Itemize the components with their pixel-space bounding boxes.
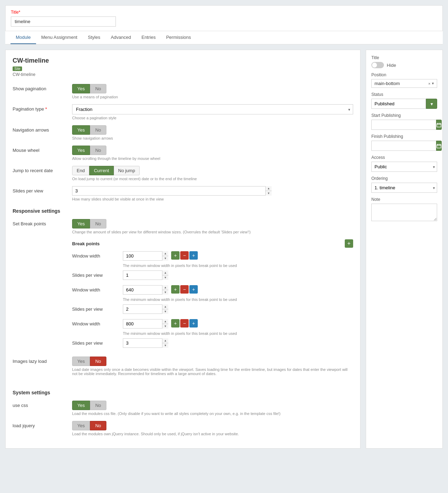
jump-current-btn[interactable]: Current — [89, 166, 113, 175]
bp1-move-btn[interactable]: + — [189, 251, 198, 260]
bp2-width-input[interactable] — [123, 285, 168, 295]
ordering-select[interactable]: 1. timeline — [371, 183, 437, 193]
bp2-slides-input[interactable] — [123, 304, 168, 314]
mouse-wheel-control: Yes No Allow scrolling through the timel… — [72, 146, 353, 161]
bp3-slides-up[interactable]: ▲ — [162, 338, 168, 343]
bp2-width-up[interactable]: ▲ — [162, 285, 168, 290]
system-settings-title: System settings — [13, 390, 353, 395]
slides-per-view-down[interactable]: ▼ — [266, 191, 272, 196]
status-dropdown-btn[interactable]: ▾ — [426, 99, 437, 109]
toggle-knob — [372, 63, 377, 68]
bp1-remove-btn[interactable]: − — [180, 251, 189, 260]
bp2-slides-label: Slides per view — [72, 304, 123, 312]
use-css-no[interactable]: No — [90, 401, 106, 410]
set-breakpoints-yes[interactable]: Yes — [72, 219, 90, 228]
finish-publishing-input[interactable] — [371, 141, 436, 151]
bp1-width-input[interactable] — [123, 251, 168, 261]
position-arrow-icon[interactable]: ▾ — [432, 81, 434, 86]
mouse-wheel-yes[interactable]: Yes — [72, 146, 90, 155]
bp3-move-btn[interactable]: + — [189, 319, 198, 328]
start-publishing-calendar-btn[interactable] — [436, 120, 442, 130]
bp3-slides-down[interactable]: ▼ — [162, 343, 168, 348]
bp2-remove-btn[interactable]: − — [180, 285, 189, 294]
mouse-wheel-no[interactable]: No — [90, 146, 106, 155]
bp1-slides-down[interactable]: ▼ — [162, 275, 168, 280]
bp1-width-down[interactable]: ▼ — [162, 256, 168, 261]
bp3-width-input[interactable] — [123, 319, 168, 329]
breakpoint-item-1: Window width ▲ ▼ + − — [72, 251, 353, 280]
navigation-arrows-yes[interactable]: Yes — [72, 125, 90, 135]
bp1-add-btn[interactable]: + — [171, 251, 180, 260]
slides-per-view-hint: How many slides should be visible at onc… — [72, 197, 353, 201]
bp2-add-btn[interactable]: + — [171, 285, 180, 294]
slides-per-view-control: ▲ ▼ How many slides should be visible at… — [72, 186, 353, 201]
finish-publishing-wrap — [371, 141, 437, 151]
load-jquery-yes[interactable]: Yes — [72, 421, 90, 430]
bp2-width-hint: The minimum window width in pixels for t… — [123, 297, 353, 302]
load-jquery-no[interactable]: No — [90, 421, 106, 430]
bp3-slides-input[interactable] — [123, 338, 168, 348]
note-textarea[interactable] — [371, 204, 437, 221]
show-pagination-hint: Use a means of pagination — [72, 95, 353, 99]
tab-module[interactable]: Module — [10, 31, 36, 44]
tab-advanced[interactable]: Advanced — [105, 31, 136, 44]
hide-label: Hide — [387, 63, 396, 68]
bp1-slides-input[interactable] — [123, 270, 168, 280]
images-lazy-no[interactable]: No — [90, 357, 106, 366]
jump-nojump-btn[interactable]: No jump — [114, 166, 140, 175]
pagination-type-select[interactable]: Fraction Dots None — [72, 104, 353, 114]
images-lazy-load-control: Yes No Load date images only once a date… — [72, 357, 353, 376]
add-breakpoint-btn[interactable]: + — [345, 239, 353, 248]
hide-toggle-switch[interactable] — [371, 62, 384, 68]
title-input[interactable] — [11, 16, 116, 27]
bp1-slides-up[interactable]: ▲ — [162, 270, 168, 275]
bp2-slides-down[interactable]: ▼ — [162, 309, 168, 314]
navigation-arrows-no[interactable]: No — [90, 125, 106, 135]
bp3-add-btn[interactable]: + — [171, 319, 180, 328]
navigation-arrows-hint: Show navigation arrows — [72, 136, 353, 140]
bp3-slides-label: Slides per view — [72, 338, 123, 346]
bp3-width-label: Window width — [72, 319, 123, 326]
bp2-slides-up[interactable]: ▲ — [162, 304, 168, 309]
hide-toggle-group: Hide — [371, 62, 437, 68]
set-breakpoints-no[interactable]: No — [90, 219, 106, 228]
tab-permissions[interactable]: Permissions — [161, 31, 196, 44]
bp2-width-down[interactable]: ▼ — [162, 290, 168, 295]
jump-to-recent-hint: On load jump to current (or most recent)… — [72, 177, 353, 181]
status-select[interactable]: Published Unpublished Trashed — [371, 99, 426, 109]
bp2-move-btn[interactable]: + — [189, 285, 198, 294]
module-subtitle: CW-timeline — [13, 72, 353, 77]
show-pagination-no[interactable]: No — [90, 84, 106, 93]
show-pagination-yes[interactable]: Yes — [72, 84, 90, 93]
finish-publishing-calendar-btn[interactable] — [436, 141, 442, 151]
position-clear-icon[interactable]: × — [428, 82, 430, 86]
mouse-wheel-row: Mouse wheel Yes No Allow scrolling throu… — [13, 146, 353, 161]
bp1-width-up[interactable]: ▲ — [162, 251, 168, 256]
right-panel: Title Hide Position main-bottom × ▾ Stat… — [366, 50, 443, 449]
start-publishing-input[interactable] — [371, 120, 436, 130]
module-title: CW-timeline — [13, 57, 353, 64]
tab-styles[interactable]: Styles — [83, 31, 105, 44]
use-css-yes[interactable]: Yes — [72, 401, 90, 410]
left-panel: CW-timeline Site CW-timeline Show pagina… — [5, 50, 360, 449]
tab-entries[interactable]: Entries — [136, 31, 161, 44]
slides-per-view-up[interactable]: ▲ — [266, 186, 272, 191]
ordering-select-wrap: 1. timeline ▾ — [371, 183, 437, 193]
access-select[interactable]: Public Registered Special — [371, 162, 437, 172]
navigation-arrows-row: Navigation arrows Yes No Show navigation… — [13, 125, 353, 140]
navigation-arrows-control: Yes No Show navigation arrows — [72, 125, 353, 140]
breakpoint-item-3: Window width ▲ ▼ + − — [72, 319, 353, 348]
pagination-type-label: Pagination type * — [13, 104, 72, 112]
use-css-row: use css Yes No Load the modules css file… — [13, 401, 353, 416]
load-jquery-control: Yes No Load the modules own jQuery insta… — [72, 421, 353, 436]
bp3-remove-btn[interactable]: − — [180, 319, 189, 328]
bp3-width-up[interactable]: ▲ — [162, 319, 168, 324]
tab-menu-assignment[interactable]: Menu Assignment — [36, 31, 83, 44]
rp-start-publishing-label: Start Publishing — [371, 113, 437, 118]
slides-per-view-input[interactable] — [72, 186, 272, 196]
bp3-width-down[interactable]: ▼ — [162, 324, 168, 329]
images-lazy-yes[interactable]: Yes — [72, 357, 90, 366]
jump-end-btn[interactable]: End — [72, 166, 89, 175]
slides-per-view-label: Slides per view — [13, 186, 72, 193]
site-badge: Site — [13, 66, 22, 71]
